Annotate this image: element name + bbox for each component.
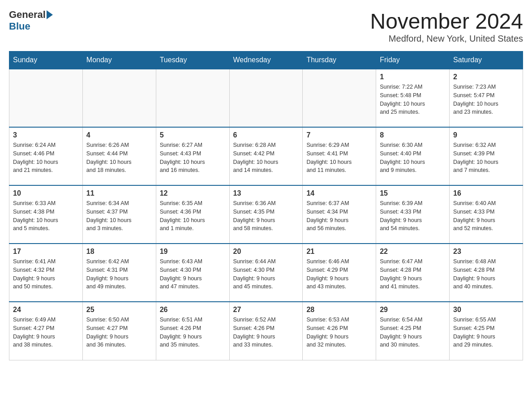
day-number: 19 [160,248,226,256]
calendar-cell: 5Sunrise: 6:27 AM Sunset: 4:43 PM Daylig… [156,127,229,185]
day-info: Sunrise: 6:33 AM Sunset: 4:38 PM Dayligh… [13,199,79,233]
calendar-cell: 9Sunrise: 6:32 AM Sunset: 4:39 PM Daylig… [450,127,523,185]
weekday-header-saturday: Saturday [450,51,523,69]
day-info: Sunrise: 6:43 AM Sunset: 4:30 PM Dayligh… [160,257,226,291]
calendar-cell: 2Sunrise: 7:23 AM Sunset: 5:47 PM Daylig… [450,69,523,127]
calendar-cell: 20Sunrise: 6:44 AM Sunset: 4:30 PM Dayli… [229,244,303,302]
calendar-cell: 8Sunrise: 6:30 AM Sunset: 4:40 PM Daylig… [376,127,450,185]
calendar-week-row: 1Sunrise: 7:22 AM Sunset: 5:48 PM Daylig… [9,69,523,127]
day-info: Sunrise: 6:26 AM Sunset: 4:44 PM Dayligh… [86,141,152,175]
day-info: Sunrise: 7:22 AM Sunset: 5:48 PM Dayligh… [380,83,446,116]
day-number: 3 [13,131,79,139]
day-number: 15 [380,189,446,197]
calendar-cell: 12Sunrise: 6:35 AM Sunset: 4:36 PM Dayli… [156,185,229,244]
calendar-cell: 14Sunrise: 6:37 AM Sunset: 4:34 PM Dayli… [303,185,376,244]
day-info: Sunrise: 6:29 AM Sunset: 4:41 PM Dayligh… [306,141,372,175]
calendar-cell: 29Sunrise: 6:54 AM Sunset: 4:25 PM Dayli… [376,302,450,360]
day-info: Sunrise: 6:36 AM Sunset: 4:35 PM Dayligh… [233,199,299,233]
day-info: Sunrise: 6:53 AM Sunset: 4:26 PM Dayligh… [306,316,372,349]
calendar-cell [82,69,156,127]
day-info: Sunrise: 6:47 AM Sunset: 4:28 PM Dayligh… [380,257,446,291]
weekday-header-row: SundayMondayTuesdayWednesdayThursdayFrid… [9,51,523,69]
weekday-header-wednesday: Wednesday [229,51,303,69]
calendar-cell: 19Sunrise: 6:43 AM Sunset: 4:30 PM Dayli… [156,244,229,302]
calendar-title: November 2024 [370,9,523,34]
day-info: Sunrise: 6:44 AM Sunset: 4:30 PM Dayligh… [233,257,299,291]
day-info: Sunrise: 6:49 AM Sunset: 4:27 PM Dayligh… [13,316,79,349]
day-info: Sunrise: 6:50 AM Sunset: 4:27 PM Dayligh… [86,316,152,349]
day-number: 11 [86,189,152,197]
calendar-cell: 23Sunrise: 6:48 AM Sunset: 4:28 PM Dayli… [450,244,523,302]
day-info: Sunrise: 6:41 AM Sunset: 4:32 PM Dayligh… [13,257,79,291]
calendar-week-row: 24Sunrise: 6:49 AM Sunset: 4:27 PM Dayli… [9,302,523,360]
calendar-cell: 28Sunrise: 6:53 AM Sunset: 4:26 PM Dayli… [303,302,376,360]
day-number: 27 [233,306,299,314]
day-info: Sunrise: 6:37 AM Sunset: 4:34 PM Dayligh… [306,199,372,233]
calendar-cell: 3Sunrise: 6:24 AM Sunset: 4:46 PM Daylig… [9,127,83,185]
weekday-header-friday: Friday [376,51,450,69]
day-info: Sunrise: 6:54 AM Sunset: 4:25 PM Dayligh… [380,316,446,349]
title-block: November 2024 Medford, New York, United … [370,9,523,44]
day-number: 6 [233,131,299,139]
day-number: 8 [380,131,446,139]
calendar-subtitle: Medford, New York, United States [370,34,523,44]
day-info: Sunrise: 6:24 AM Sunset: 4:46 PM Dayligh… [13,141,79,175]
day-number: 10 [13,189,79,197]
calendar-cell: 24Sunrise: 6:49 AM Sunset: 4:27 PM Dayli… [9,302,83,360]
day-info: Sunrise: 6:42 AM Sunset: 4:31 PM Dayligh… [86,257,152,291]
logo-general-text: General [9,9,46,21]
calendar-cell [9,69,83,127]
calendar-cell: 21Sunrise: 6:46 AM Sunset: 4:29 PM Dayli… [303,244,376,302]
day-number: 14 [306,189,372,197]
calendar-week-row: 10Sunrise: 6:33 AM Sunset: 4:38 PM Dayli… [9,185,523,244]
calendar-cell: 1Sunrise: 7:22 AM Sunset: 5:48 PM Daylig… [376,69,450,127]
day-info: Sunrise: 6:39 AM Sunset: 4:33 PM Dayligh… [380,199,446,233]
day-number: 20 [233,248,299,256]
calendar-week-row: 17Sunrise: 6:41 AM Sunset: 4:32 PM Dayli… [9,244,523,302]
day-info: Sunrise: 6:28 AM Sunset: 4:42 PM Dayligh… [233,141,299,175]
day-info: Sunrise: 6:32 AM Sunset: 4:39 PM Dayligh… [453,141,519,175]
calendar-table: SundayMondayTuesdayWednesdayThursdayFrid… [9,51,523,360]
page-header: General Blue November 2024 Medford, New … [9,9,523,44]
day-number: 24 [13,306,79,314]
day-number: 21 [306,248,372,256]
calendar-cell: 25Sunrise: 6:50 AM Sunset: 4:27 PM Dayli… [82,302,156,360]
day-number: 25 [86,306,152,314]
calendar-cell: 6Sunrise: 6:28 AM Sunset: 4:42 PM Daylig… [229,127,303,185]
day-info: Sunrise: 6:48 AM Sunset: 4:28 PM Dayligh… [453,257,519,291]
logo-flag-icon [47,10,53,19]
calendar-cell: 4Sunrise: 6:26 AM Sunset: 4:44 PM Daylig… [82,127,156,185]
day-number: 12 [160,189,226,197]
calendar-cell: 26Sunrise: 6:51 AM Sunset: 4:26 PM Dayli… [156,302,229,360]
day-number: 30 [453,306,519,314]
calendar-cell: 10Sunrise: 6:33 AM Sunset: 4:38 PM Dayli… [9,185,83,244]
calendar-cell: 18Sunrise: 6:42 AM Sunset: 4:31 PM Dayli… [82,244,156,302]
day-number: 13 [233,189,299,197]
calendar-cell: 30Sunrise: 6:55 AM Sunset: 4:25 PM Dayli… [450,302,523,360]
calendar-cell [303,69,376,127]
logo-blue-text: Blue [9,21,30,32]
day-number: 26 [160,306,226,314]
weekday-header-tuesday: Tuesday [156,51,229,69]
day-number: 1 [380,73,446,81]
weekday-header-monday: Monday [82,51,156,69]
day-info: Sunrise: 7:23 AM Sunset: 5:47 PM Dayligh… [453,83,519,116]
day-number: 2 [453,73,519,81]
calendar-week-row: 3Sunrise: 6:24 AM Sunset: 4:46 PM Daylig… [9,127,523,185]
day-number: 17 [13,248,79,256]
calendar-cell [156,69,229,127]
calendar-cell: 13Sunrise: 6:36 AM Sunset: 4:35 PM Dayli… [229,185,303,244]
day-number: 4 [86,131,152,139]
day-number: 9 [453,131,519,139]
calendar-cell [229,69,303,127]
calendar-cell: 17Sunrise: 6:41 AM Sunset: 4:32 PM Dayli… [9,244,83,302]
calendar-cell: 11Sunrise: 6:34 AM Sunset: 4:37 PM Dayli… [82,185,156,244]
day-number: 7 [306,131,372,139]
day-number: 5 [160,131,226,139]
day-info: Sunrise: 6:51 AM Sunset: 4:26 PM Dayligh… [160,316,226,349]
day-info: Sunrise: 6:55 AM Sunset: 4:25 PM Dayligh… [453,316,519,349]
logo: General Blue [9,9,54,32]
day-info: Sunrise: 6:27 AM Sunset: 4:43 PM Dayligh… [160,141,226,175]
weekday-header-sunday: Sunday [9,51,83,69]
day-number: 23 [453,248,519,256]
